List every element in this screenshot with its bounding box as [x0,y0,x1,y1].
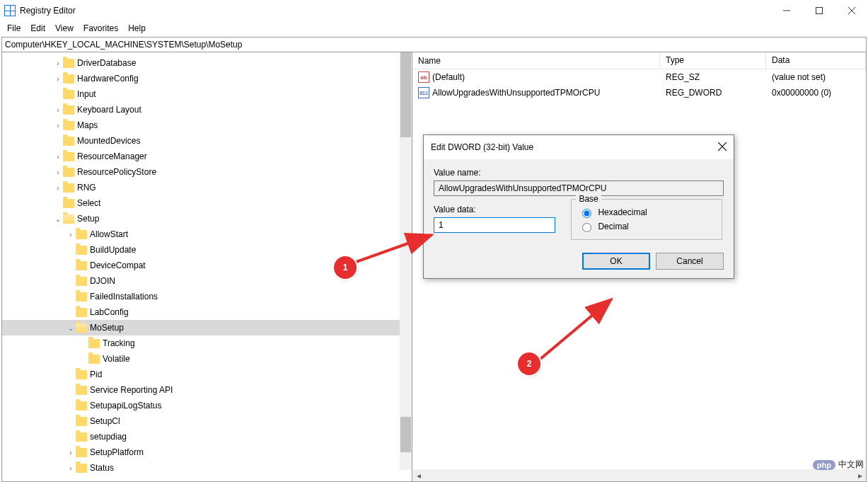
tree-item[interactable]: Select [2,195,412,211]
maximize-button[interactable] [803,0,835,21]
tree-item[interactable]: Pid [2,367,412,382]
php-logo: php [813,460,835,470]
window-titlebar: Registry Editor [0,0,868,21]
tree-item-label: AllowStart [90,229,128,239]
tree-item[interactable]: ›Status [2,460,412,476]
menu-edit[interactable]: Edit [30,23,45,33]
hexadecimal-label: Hexadecimal [598,207,647,217]
menu-help[interactable]: Help [128,23,146,33]
tree-item-label: MountedDevices [77,136,140,146]
menu-view[interactable]: View [55,23,74,33]
chevron-down-icon[interactable]: ⌄ [66,324,76,332]
tree-item[interactable]: LabConfig [2,304,412,320]
decimal-label: Decimal [598,222,628,231]
tree-item-label: Maps [77,120,98,130]
folder-icon [63,214,74,224]
tree-item-label: setupdiag [90,432,127,442]
tree-item-label: BuildUpdate [90,245,136,255]
tree-item-label: Pid [90,369,102,379]
menu-favorites[interactable]: Favorites [83,23,118,33]
tree-item[interactable]: ›DriverDatabase [2,55,412,71]
tree-item[interactable]: ⌄MoSetup [2,320,412,335]
folder-icon [76,417,87,426]
col-name-header[interactable]: Name [412,52,660,69]
tree-item[interactable]: ›RNG [2,180,412,195]
folder-icon [76,246,87,255]
tree-item[interactable]: setupdiag [2,429,412,444]
tree-item[interactable]: Volatile [2,351,412,367]
chevron-right-icon[interactable]: › [53,106,63,114]
tree-item[interactable]: ⌄Setup [2,211,412,226]
tree-item[interactable]: ›AllowStart [2,226,412,242]
value-row[interactable]: 011AllowUpgradesWithUnsupportedTPMOrCPUR… [412,85,866,101]
tree-item[interactable]: ›ResourceManager [2,149,412,164]
chevron-right-icon[interactable]: › [66,231,76,239]
dialog-title: Edit DWORD (32-bit) Value [431,142,533,152]
dialog-close-button[interactable] [718,142,727,153]
tree-scrollbar[interactable] [400,52,412,470]
menu-file[interactable]: File [7,23,21,33]
watermark: php 中文网 [813,459,864,471]
tree-item[interactable]: ›SetupPlatform [2,444,412,460]
chevron-right-icon[interactable]: › [53,153,63,161]
tree-item[interactable]: SetupCl [2,413,412,429]
col-data-header[interactable]: Data [766,52,866,69]
value-data: 0x00000000 (0) [766,86,866,99]
value-row[interactable]: ab(Default)REG_SZ(value not set) [412,69,866,85]
folder-icon [76,323,87,333]
folder-icon [63,59,74,68]
tree-item-label: DeviceCompat [90,260,146,270]
chevron-right-icon[interactable]: › [66,449,76,457]
close-button[interactable] [835,0,868,21]
scroll-left-icon[interactable]: ◂ [412,469,424,481]
value-name-label: Value name: [434,168,724,178]
folder-icon [63,183,74,193]
col-type-header[interactable]: Type [660,52,766,69]
tree-item-label: LabConfig [90,307,129,317]
radio-hexadecimal[interactable] [582,209,591,218]
scroll-right-icon[interactable]: ▸ [854,469,866,481]
chevron-right-icon[interactable]: › [53,59,63,67]
value-data-label: Value data: [434,205,555,214]
base-group: Base Hexadecimal Decimal [571,199,722,240]
tree-item[interactable]: BuildUpdate [2,242,412,258]
address-text: Computer\HKEY_LOCAL_MACHINE\SYSTEM\Setup… [5,40,242,50]
tree-item[interactable]: ›Maps [2,117,412,133]
minimize-button[interactable] [770,0,803,21]
tree-item[interactable]: Service Reporting API [2,382,412,398]
address-bar[interactable]: Computer\HKEY_LOCAL_MACHINE\SYSTEM\Setup… [1,37,867,52]
value-data: (value not set) [766,71,866,84]
folder-icon [88,339,100,348]
folder-icon [76,261,87,270]
value-data-input[interactable] [434,217,555,233]
cancel-button[interactable]: Cancel [656,253,724,270]
ok-button[interactable]: OK [582,253,650,270]
values-hscrollbar[interactable]: ◂ ▸ [412,469,866,481]
tree-item[interactable]: FailedInstallations [2,289,412,304]
chevron-right-icon[interactable]: › [53,184,63,192]
chevron-down-icon[interactable]: ⌄ [53,215,63,223]
values-header: Name Type Data [412,52,866,69]
app-icon [4,5,16,16]
value-type: REG_DWORD [660,86,766,99]
tree-item-label: SetupPlatform [90,447,144,457]
base-legend: Base [576,194,601,204]
tree-item[interactable]: ›Keyboard Layout [2,102,412,117]
tree-item[interactable]: Tracking [2,335,412,351]
tree-item-label: DriverDatabase [77,58,136,68]
menubar: File Edit View Favorites Help [0,21,868,35]
chevron-right-icon[interactable]: › [53,168,63,176]
chevron-right-icon[interactable]: › [66,464,76,472]
tree-item[interactable]: Input [2,86,412,102]
folder-icon [76,292,87,302]
tree-item[interactable]: ›HardwareConfig [2,71,412,86]
radio-decimal[interactable] [582,223,591,232]
tree-item[interactable]: SetupapiLogStatus [2,398,412,413]
value-name: AllowUpgradesWithUnsupportedTPMOrCPU [432,88,600,98]
tree-item[interactable]: ›ResourcePolicyStore [2,164,412,180]
folder-icon [76,448,87,457]
tree-item[interactable]: MountedDevices [2,133,412,149]
annotation-step-1: 1 [334,256,357,279]
chevron-right-icon[interactable]: › [53,75,63,83]
chevron-right-icon[interactable]: › [53,122,63,130]
